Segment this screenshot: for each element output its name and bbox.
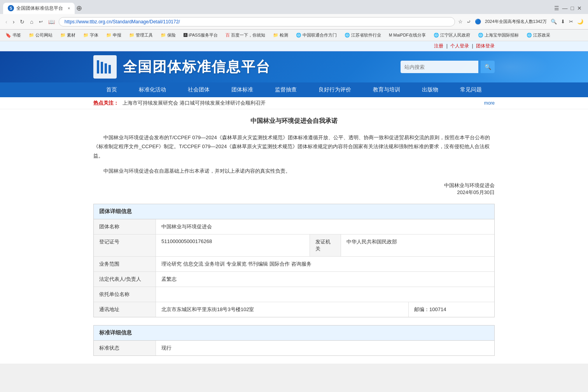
bookmark-item[interactable]: 🔖 书签	[3, 32, 23, 39]
nav-item-home[interactable]: 首页	[95, 82, 128, 97]
scope-row: 业务范围 理论研究 信息交流 业务培训 专业展览 书刊编辑 国际合作 咨询服务	[94, 257, 494, 272]
logo-svg	[95, 57, 115, 77]
active-tab[interactable]: S 全国团体标准信息平台 ×	[3, 3, 75, 14]
article-paragraph-2: 中国林业与环境促进会在自愿基础上作出本承诺，并对以上承诺内容的真实性负责。	[93, 166, 495, 175]
group-login-link[interactable]: 团体登录	[476, 43, 495, 49]
address-label: 通讯地址	[94, 302, 156, 317]
address-split: 北京市东城区和平里东街18号3号楼102室 邮编：100714	[156, 302, 494, 317]
bookmark-item[interactable]: 🌐 江宁区人民政府	[431, 32, 472, 39]
page-title: 中国林业与环境促进会自我承诺	[93, 117, 495, 125]
news-more-link[interactable]: more	[484, 100, 495, 106]
folder-icon: 🌐	[296, 33, 301, 38]
bookmark-label: 上海宝华国际招标	[485, 32, 519, 38]
nav-item-standards[interactable]: 团体标准	[220, 82, 264, 97]
bookmark-item[interactable]: 📁 申报	[104, 32, 124, 39]
folder-icon: 📁	[29, 33, 34, 38]
group-info-section-header: 团体详细信息	[94, 204, 494, 219]
search-area: 🔍	[401, 61, 495, 73]
svg-rect-0	[97, 60, 99, 74]
bookmark-item[interactable]: 📁 检测	[271, 32, 290, 39]
bookmark-label: 申报	[113, 32, 121, 38]
standard-info-section-header: 标准详细信息	[94, 326, 494, 341]
bookmark-item[interactable]: 📁 字体	[81, 32, 101, 39]
site-search-button[interactable]: 🔍	[481, 61, 495, 73]
favicon-letter: S	[10, 6, 12, 10]
bookmark-label: 字体	[90, 32, 98, 38]
extension-icon[interactable]: 🔵	[474, 18, 482, 25]
notification-text: 2024年全国高考报名人数1342万	[484, 18, 548, 25]
back-button[interactable]: ‹	[4, 18, 9, 26]
legal-rep-value: 孟繁志	[156, 272, 494, 287]
bookmark-label: 江宁区人民政府	[440, 32, 470, 38]
scissors-icon[interactable]: ✂	[568, 18, 574, 25]
download-icon[interactable]: ⬇	[560, 18, 566, 25]
bookmark-page-button[interactable]: 📖	[47, 18, 56, 26]
reload-icon[interactable]: ⤾	[466, 18, 472, 25]
register-link[interactable]: 注册	[434, 43, 443, 49]
svg-rect-1	[101, 62, 103, 74]
bookmark-item[interactable]: 📁 公司网站	[26, 32, 55, 39]
forward-button[interactable]: ›	[11, 18, 16, 26]
nav-item-supervision[interactable]: 监督抽查	[264, 82, 308, 97]
bookmarks-bar: 🔖 书签 📁 公司网站 📁 素材 📁 字体 📁 申报 📁 管理工具 📁 保险	[0, 30, 588, 41]
folder-icon: 📁	[161, 33, 166, 38]
site-header: 全国团体标准信息平台 🔍	[0, 51, 588, 82]
bookmark-item[interactable]: 📁 素材	[58, 32, 78, 39]
registration-label: 登记证号	[94, 234, 156, 256]
home-button[interactable]: ⌂	[28, 18, 35, 26]
moon-icon[interactable]: 🌙	[576, 18, 584, 25]
personal-login-link[interactable]: 个人登录	[450, 43, 469, 49]
legal-rep-row: 法定代表人/负责人 孟繁志	[94, 272, 494, 287]
tab-title: 全国团体标准信息平台	[16, 5, 63, 12]
menu-icon[interactable]: ☰	[554, 5, 559, 11]
bookmark-label: 江苏政采	[533, 32, 550, 38]
nav-item-organizations[interactable]: 社会团体	[177, 82, 220, 97]
search-lens-icon[interactable]: 🔍	[550, 18, 558, 25]
bookmark-item[interactable]: 📁 保险	[158, 32, 178, 39]
bookmark-item[interactable]: 🅰 iPASS服务平台	[181, 32, 220, 39]
group-name-row: 团体名称 中国林业与环境促进会	[94, 219, 494, 234]
separator1: |	[446, 43, 449, 49]
tab-close-button[interactable]: ×	[68, 6, 70, 10]
registration-number-value: 511000005000176268	[156, 234, 310, 256]
nav-item-publications[interactable]: 出版物	[411, 82, 449, 97]
close-button[interactable]: ✕	[577, 5, 582, 11]
news-text[interactable]: 上海市可持续发展研究会 港口城可持续发展全球研讨会顺利召开	[122, 100, 480, 107]
back2-button[interactable]: ↩	[37, 18, 44, 25]
article-paragraph-1: 中国林业与环境促进会发布的T/CCPEF 079—2024《森林草原火灾监测技术…	[93, 133, 495, 160]
bookmark-item[interactable]: 百 百度一下，你就知	[223, 32, 268, 39]
folder-icon: 🌐	[478, 33, 483, 38]
tab-favicon: S	[8, 5, 14, 11]
bookmark-item[interactable]: 🌐 上海宝华国际招标	[476, 32, 521, 39]
svg-rect-3	[108, 65, 111, 74]
sponsor-unit-row: 依托单位名称	[94, 287, 494, 302]
bookmark-label: 百度一下，你就知	[231, 32, 265, 38]
star-icon[interactable]: ☆	[457, 18, 464, 25]
nav-item-activities[interactable]: 标准化活动	[128, 82, 177, 97]
bookmark-label: 书签	[12, 32, 21, 38]
bookmark-item[interactable]: 🌐 江苏省软件行业	[342, 32, 383, 39]
bookmark-item[interactable]: 🌐 中国联通合作方门	[294, 32, 339, 39]
news-label: 热点关注：	[93, 100, 119, 107]
url-bar[interactable]: https://www.ttbz.org.cn/StandardManage/D…	[59, 17, 455, 26]
nav-item-evaluation[interactable]: 良好行为评价	[308, 82, 362, 97]
standard-status-row: 标准状态 现行	[94, 341, 494, 355]
bookmark-item[interactable]: 🌐 江苏政采	[524, 32, 553, 39]
group-name-label: 团体名称	[94, 219, 156, 234]
refresh-button[interactable]: ↻	[18, 18, 26, 26]
site-search-input[interactable]	[401, 61, 478, 73]
address-value: 北京市东城区和平里东街18号3号楼102室	[156, 302, 409, 317]
nav-item-faq[interactable]: 常见问题	[449, 82, 493, 97]
url-text: https://www.ttbz.org.cn/StandardManage/D…	[65, 19, 449, 24]
bookmark-label: MaiPDF在线分享	[393, 32, 426, 38]
minimize-button[interactable]: —	[562, 5, 568, 11]
maximize-button[interactable]: □	[571, 5, 574, 11]
nav-item-education[interactable]: 教育与培训	[362, 82, 411, 97]
new-tab-button[interactable]: ⊕	[76, 4, 82, 12]
bookmark-item[interactable]: M MaiPDF在线分享	[387, 32, 428, 39]
standard-status-value: 现行	[156, 341, 494, 355]
bookmark-item[interactable]: 📁 管理工具	[127, 32, 155, 39]
legal-rep-label: 法定代表人/负责人	[94, 272, 156, 287]
nav-menu: 首页 标准化活动 社会团体 团体标准 监督抽查 良好行为评价 教育与培训 出版物…	[0, 82, 588, 97]
bookmark-label: iPASS服务平台	[189, 32, 218, 38]
